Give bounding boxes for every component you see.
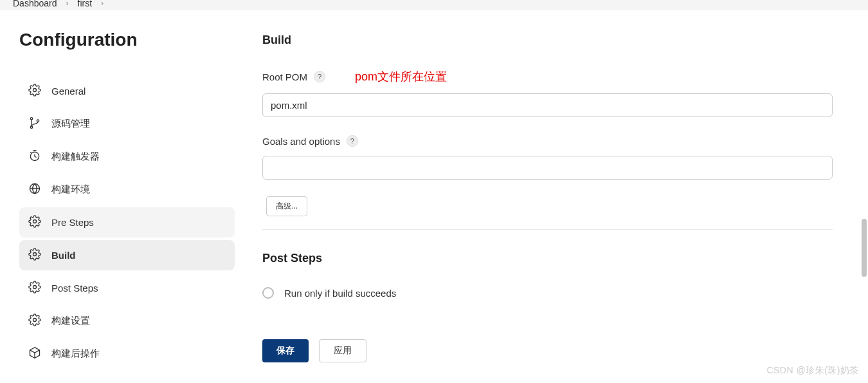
sidebar-item-4[interactable]: Pre Steps — [19, 207, 235, 238]
footer-buttons: 保存 应用 — [262, 339, 366, 362]
gear-icon — [28, 215, 41, 230]
sidebar-item-7[interactable]: 构建设置 — [19, 306, 235, 336]
sidebar-item-0[interactable]: General — [19, 76, 235, 106]
svg-point-6 — [33, 220, 37, 223]
watermark: CSDN @珍朱(珠)奶茶 — [766, 365, 859, 377]
gear-icon — [28, 313, 41, 328]
svg-point-1 — [30, 118, 32, 120]
chevron-right-icon: › — [101, 0, 104, 8]
scrollbar[interactable] — [862, 219, 867, 277]
svg-point-0 — [33, 89, 37, 92]
breadcrumb-item[interactable]: first — [78, 0, 93, 8]
sidebar-item-6[interactable]: Post Steps — [19, 273, 235, 303]
chevron-right-icon: › — [66, 0, 69, 8]
sidebar-item-label: General — [51, 86, 86, 97]
globe-icon — [28, 182, 41, 197]
sidebar-item-label: Build — [51, 250, 76, 261]
sidebar-item-1[interactable]: 源码管理 — [19, 109, 235, 139]
apply-button[interactable]: 应用 — [319, 339, 366, 362]
gear-icon — [28, 84, 41, 98]
sidebar-nav: General源码管理构建触发器构建环境Pre StepsBuildPost S… — [19, 76, 235, 369]
goals-label: Goals and options — [262, 136, 340, 147]
sidebar-item-label: 源码管理 — [51, 118, 90, 130]
sidebar-item-label: 构建设置 — [51, 315, 90, 327]
radio-label: Run only if build succeeds — [284, 288, 396, 299]
svg-point-2 — [30, 126, 32, 128]
advanced-button[interactable]: 高级... — [266, 196, 307, 216]
sidebar-item-label: Post Steps — [51, 283, 98, 294]
main-content: Build Root POM ? pom文件所在位置 Goals and opt… — [244, 10, 868, 369]
sidebar-item-5[interactable]: Build — [19, 240, 235, 270]
save-button[interactable]: 保存 — [262, 339, 309, 362]
annotation-text: pom文件所在位置 — [355, 69, 447, 84]
help-icon[interactable]: ? — [314, 71, 325, 82]
svg-point-7 — [33, 253, 37, 256]
gear-icon — [28, 281, 41, 295]
radio-option-succeeds[interactable]: Run only if build succeeds — [262, 287, 833, 299]
help-icon[interactable]: ? — [347, 135, 358, 147]
svg-point-9 — [33, 319, 37, 322]
breadcrumb-item[interactable]: Dashboard — [13, 0, 57, 8]
svg-point-3 — [37, 120, 39, 122]
breadcrumb: Dashboard › first › — [0, 0, 868, 10]
page-title: Configuration — [19, 30, 235, 50]
clock-icon — [28, 149, 41, 164]
sidebar-item-label: Pre Steps — [51, 217, 94, 228]
section-title-build: Build — [262, 33, 833, 47]
sidebar-item-label: 构建后操作 — [51, 348, 100, 360]
box-icon — [28, 346, 41, 361]
sidebar-item-label: 构建触发器 — [51, 151, 100, 163]
branch-icon — [28, 117, 41, 131]
root-pom-label: Root POM — [262, 71, 307, 82]
sidebar-item-3[interactable]: 构建环境 — [19, 174, 235, 205]
divider — [262, 229, 833, 230]
section-title-post-steps: Post Steps — [262, 252, 833, 265]
sidebar: Configuration General源码管理构建触发器构建环境Pre St… — [0, 10, 244, 369]
svg-point-8 — [33, 286, 37, 289]
sidebar-item-label: 构建环境 — [51, 183, 90, 196]
sidebar-item-2[interactable]: 构建触发器 — [19, 142, 235, 172]
gear-icon — [28, 248, 41, 263]
sidebar-item-8[interactable]: 构建后操作 — [19, 339, 235, 369]
goals-input[interactable] — [262, 156, 833, 180]
radio-icon — [262, 287, 274, 299]
root-pom-input[interactable] — [262, 93, 833, 117]
